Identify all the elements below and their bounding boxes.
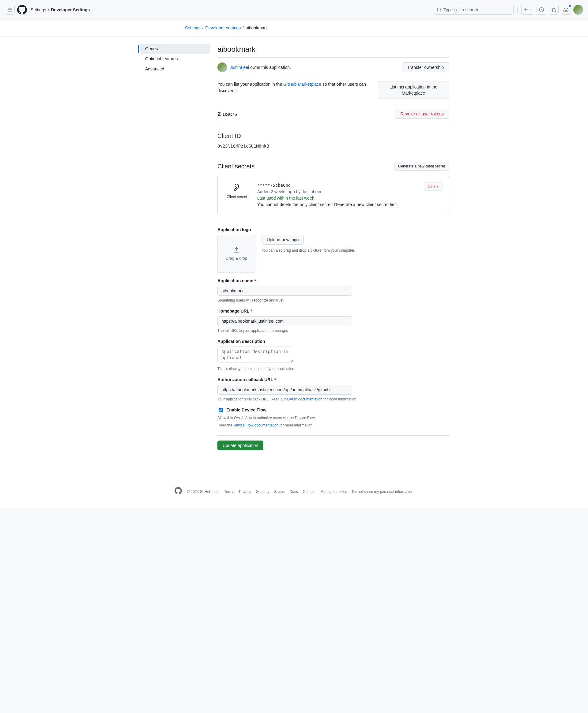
breadcrumb-separator: / [48,7,49,13]
search-input[interactable]: Type / to search [434,5,513,15]
desc-label: Application description [217,338,449,345]
main-content: aibookmark JustinLeei owns this applicat… [210,44,449,450]
footer-link-contact[interactable]: Contact [303,489,315,494]
user-avatar-button[interactable] [573,5,583,15]
menu-button[interactable] [5,5,15,15]
pull-requests-button[interactable] [549,5,559,15]
secret-added: Added 2 weeks ago by JustinLeei [257,189,417,195]
desc-note: This is displayed to all users of your a… [217,366,449,372]
client-id-value: Ov23liQMPz1cGU1M8nkB [217,143,449,149]
update-application-button[interactable]: Update application [217,440,264,450]
logo-drop-zone[interactable]: Drag & drop [217,235,255,273]
client-secret-item: Client secret *****75cbe6bd Added 2 week… [217,176,449,214]
plus-icon [523,7,528,12]
marketplace-link[interactable]: GitHub Marketplace [283,82,321,87]
footer-link-do-not-share[interactable]: Do not share my personal information [352,489,413,494]
github-logo[interactable] [17,5,27,15]
generate-secret-button[interactable]: Generate a new client secret [394,162,449,171]
client-secrets-heading: Client secrets [217,161,254,171]
revoke-tokens-button[interactable]: Revoke all user tokens [395,109,449,119]
footer: © 2024 GitHub, Inc. Terms Privacy Securi… [139,475,449,508]
search-placeholder-suffix: to search [460,7,478,12]
form-divider [217,435,449,436]
owner-link[interactable]: JustinLeei [230,65,249,70]
triangle-down-icon [529,8,532,11]
list-marketplace-button[interactable]: List this application in the Marketplace [378,81,449,99]
client-id-heading: Client ID [217,131,449,141]
secret-hash: *****75cbe6bd [257,182,417,189]
app-name-label: Application name * [217,278,449,284]
sidebar: General Optional features Advanced [139,44,210,450]
page-title: aibookmark [217,44,449,58]
three-bars-icon [7,7,12,12]
subheader: Settings / Developer settings / aibookma… [0,20,588,37]
inbox-icon [564,7,568,12]
search-icon [437,7,442,12]
footer-link-docs[interactable]: Docs [289,489,298,494]
breadcrumb-separator: / [202,25,203,30]
footer-link-security[interactable]: Security [256,489,269,494]
sidebar-item-general[interactable]: General [140,44,210,54]
owner-text: JustinLeei owns this application. [230,64,291,71]
secret-cannot-delete: You cannot delete the only client secret… [257,201,417,208]
footer-link-status[interactable]: Status [274,489,285,494]
issues-button[interactable] [537,5,546,15]
owner-suffix: owns this application. [249,65,291,70]
breadcrumb-dev-settings[interactable]: Developer Settings [51,7,90,13]
create-new-button[interactable] [521,5,534,15]
page-breadcrumb: Settings / Developer settings / aibookma… [185,25,444,31]
upload-note: You can also drag and drop a picture fro… [261,248,355,253]
breadcrumb-link-dev-settings[interactable]: Developer settings [205,25,241,30]
header-divider [517,7,518,13]
breadcrumb-settings[interactable]: Settings [30,7,46,13]
users-heading: 2 users [217,109,238,118]
callback-input[interactable] [217,385,352,395]
github-footer-icon[interactable] [174,487,182,496]
issue-opened-icon [539,7,544,12]
git-pull-request-icon [551,7,556,12]
header-breadcrumb: Settings / Developer Settings [30,7,90,13]
users-section: 2 users Revoke all user tokens [217,104,449,124]
oauth-doc-link[interactable]: OAuth documentation [287,397,322,401]
breadcrumb-link-settings[interactable]: Settings [185,25,201,30]
owner-section: JustinLeei owns this application. Transf… [217,59,449,76]
app-header: Settings / Developer Settings Type / to … [0,0,588,20]
app-name-note: Something users will recognize and trust… [217,298,449,303]
sidebar-item-optional-features[interactable]: Optional features [140,54,210,64]
svg-point-0 [238,185,239,186]
upload-icon [233,246,240,254]
secret-added-by: JustinLeei [302,189,321,194]
footer-link-privacy[interactable]: Privacy [239,489,251,494]
logo-heading: Application logo [217,226,449,233]
marketplace-pre: You can list your application in the [217,82,283,87]
breadcrumb-current: aibookmark [246,25,268,30]
device-flow-note1: Allow this OAuth App to authorize users … [217,415,449,420]
homepage-input[interactable] [217,316,352,326]
device-flow-doc-link[interactable]: Device Flow documentation [233,423,278,427]
breadcrumb-separator: / [243,25,244,30]
callback-label: Authorization callback URL * [217,376,449,383]
marketplace-section: You can list your application in the Git… [217,76,449,104]
transfer-ownership-button[interactable]: Transfer ownership [402,62,449,72]
device-flow-checkbox[interactable] [219,408,223,412]
upload-logo-button[interactable]: Upload new logo [261,235,304,244]
drop-zone-label: Drag & drop [226,255,247,261]
footer-link-cookies[interactable]: Manage cookies [320,489,347,494]
delete-secret-button[interactable]: Delete [424,182,443,191]
footer-link-terms[interactable]: Terms [224,489,234,494]
app-name-input[interactable] [217,286,352,296]
homepage-label: Homepage URL * [217,308,449,315]
homepage-note: The full URL to your application homepag… [217,328,449,333]
device-flow-label[interactable]: Enable Device Flow [226,407,267,413]
secret-last-used: Last used within the last week [257,195,417,201]
client-secret-badge: Client secret [224,194,250,200]
device-flow-note2: Read the Device Flow documentation for m… [217,423,449,428]
marketplace-text: You can list your application in the Git… [217,81,373,94]
sidebar-item-advanced[interactable]: Advanced [140,64,210,74]
search-slash-key: / [455,7,459,13]
notification-indicator [568,4,571,7]
footer-copyright: © 2024 GitHub, Inc. [187,489,219,494]
key-icon [232,182,241,192]
desc-textarea[interactable] [217,347,294,363]
users-count: 2 [217,110,221,117]
